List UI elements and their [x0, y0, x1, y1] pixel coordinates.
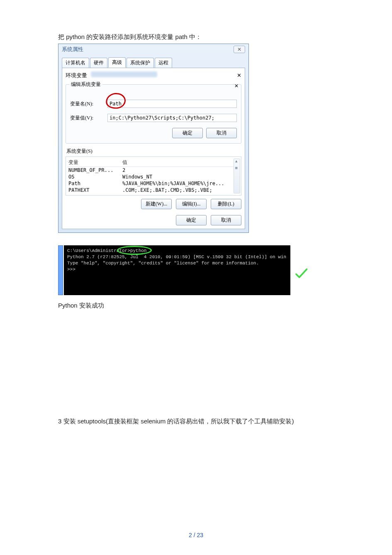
window-title: 系统属性 [62, 46, 83, 53]
ok-button[interactable]: 确定 [176, 215, 207, 225]
cmd-window-border [58, 245, 63, 295]
cmd-screenshot: C:\Users\Administrator>python Python 2.7… [58, 245, 290, 295]
var-name: OS [68, 174, 122, 180]
dialog-title: 编辑系统变量 [69, 81, 102, 88]
close-icon[interactable]: ✕ [237, 72, 241, 79]
delete-button[interactable]: 删除(L) [211, 199, 241, 209]
cmd-line-1: C:\Users\Administrator>python [67, 248, 146, 253]
list-item[interactable]: PATHEXT .COM;.EXE;.BAT;.CMD;.VBS;.VBE; [68, 187, 240, 193]
close-icon[interactable]: ✕ [234, 83, 239, 89]
system-variables-list[interactable]: 变量 值 NUMBER_OF_PR... 2 OS Windows_NT Pat… [66, 156, 241, 196]
var-value: Windows_NT [122, 174, 239, 180]
blurred-region [91, 71, 157, 77]
variable-value-input[interactable] [107, 114, 237, 122]
system-variables-label: 系统变量(S) [66, 148, 241, 155]
cmd-line-2: Python 2.7 (r27:82525, Jul 4 2010, 09:01… [67, 254, 286, 259]
env-vars-label: 环境变量 [66, 72, 87, 78]
variable-value-label: 变量值(V): [70, 115, 107, 122]
python-success-text: Python 安装成功 [58, 302, 334, 310]
cmd-line-3: Type "help", "copyright", "credits" or "… [67, 261, 259, 266]
intro-text: 把 python 的安装路径添加到系统环境变量 path 中： [58, 33, 334, 41]
variable-name-input[interactable] [107, 100, 237, 108]
var-name: Path [68, 181, 122, 186]
var-value: .COM;.EXE;.BAT;.CMD;.VBS;.VBE; [122, 187, 239, 193]
step-3-text: 3 安装 setuptools(直接装框架 selenium 的话容易出错，所以… [58, 418, 334, 425]
advanced-panel: 环境变量 ✕ 编辑系统变量 ✕ 变量名(N): 变量值(V): [62, 68, 245, 229]
tab-hardware[interactable]: 硬件 [90, 58, 107, 68]
list-item[interactable]: Path %JAVA_HOME%\bin;%JAVA_HOME%\jre... [68, 180, 240, 187]
var-value: 2 [122, 167, 239, 173]
tab-remote[interactable]: 远程 [155, 58, 172, 68]
cmd-prompt: >>> [67, 267, 75, 272]
list-item[interactable]: OS Windows_NT [68, 174, 240, 180]
ok-button[interactable]: 确定 [172, 128, 203, 138]
system-properties-window: 系统属性 ✕ 计算机名 硬件 高级 系统保护 远程 环境变量 ✕ 编辑系统变量 … [58, 44, 249, 233]
new-button[interactable]: 新建(W)... [141, 199, 172, 209]
var-value: %JAVA_HOME%\bin;%JAVA_HOME%\jre... [122, 181, 239, 186]
titlebar: 系统属性 ✕ [58, 44, 248, 55]
tab-computer-name[interactable]: 计算机名 [62, 58, 89, 68]
tab-system-protection[interactable]: 系统保护 [127, 58, 154, 68]
cancel-button[interactable]: 取消 [206, 128, 237, 138]
var-name: NUMBER_OF_PR... [68, 167, 122, 173]
edit-button[interactable]: 编辑(I)... [176, 199, 207, 209]
tab-strip: 计算机名 硬件 高级 系统保护 远程 [58, 57, 248, 68]
close-icon[interactable]: ✕ [234, 46, 245, 53]
tab-advanced[interactable]: 高级 [108, 57, 126, 68]
checkmark-icon [272, 261, 286, 274]
column-header-value: 值 [122, 159, 127, 166]
column-header-variable: 变量 [68, 159, 122, 166]
var-name: PATHEXT [68, 187, 122, 193]
scrollbar[interactable] [234, 159, 240, 193]
variable-name-label: 变量名(N): [70, 100, 107, 108]
cmd-terminal: C:\Users\Administrator>python Python 2.7… [64, 245, 290, 295]
page-number: 2 / 23 [0, 532, 392, 538]
list-item[interactable]: NUMBER_OF_PR... 2 [68, 167, 240, 174]
edit-system-variable-dialog: 编辑系统变量 ✕ 变量名(N): 变量值(V): 确定 取消 [66, 84, 241, 144]
cancel-button[interactable]: 取消 [211, 215, 241, 225]
